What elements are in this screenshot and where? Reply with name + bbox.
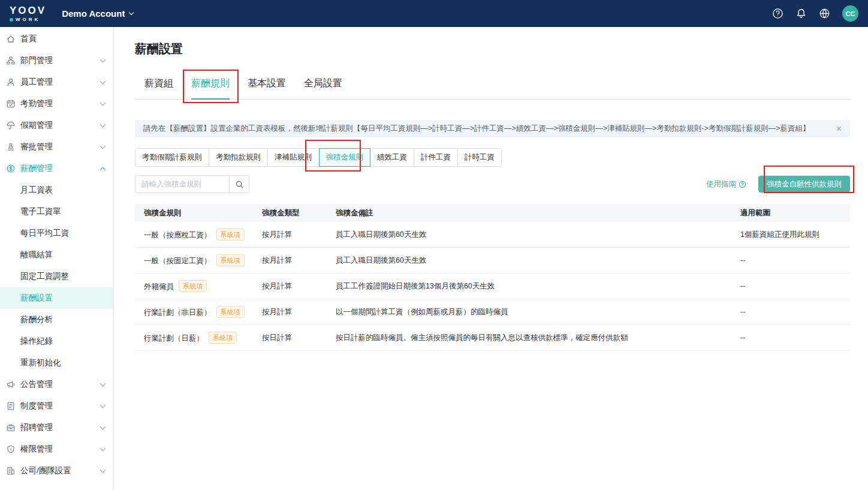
rule-note: 以一個期間計算工資（例如周薪或月薪）的臨時僱員 — [336, 307, 740, 317]
rule-name-cell: 行業計劃（非日薪）系統項 — [144, 306, 262, 318]
column-header: 強積金備註 — [336, 208, 740, 218]
rule-scope: -- — [740, 333, 850, 342]
submenu-item-label: 重新初始化 — [20, 357, 61, 368]
tab-global-settings[interactable]: 全局設置 — [304, 70, 342, 99]
notification-bell-icon[interactable] — [795, 8, 807, 19]
account-switcher[interactable]: Demo Account — [62, 8, 133, 19]
subtab-attendance-leave-rules[interactable]: 考勤假期計薪規則 — [135, 148, 209, 167]
submenu-payroll-settings[interactable]: 薪酬設置 — [0, 287, 113, 309]
main-content: 薪酬設置 薪資組 薪酬規則 基本設置 全局設置 請先在【薪酬設置】設置企業的工資… — [114, 27, 868, 490]
submenu-payroll-analysis[interactable]: 薪酬分析 — [0, 309, 113, 330]
user-avatar[interactable]: CC — [842, 5, 858, 22]
sidebar-item-label: 公告管理 — [20, 379, 53, 390]
sidebar-item-recruitment[interactable]: 招聘管理 — [0, 417, 113, 438]
subtab-hourly-pay[interactable]: 計時工資 — [457, 148, 502, 167]
sidebar-item-label: 制度管理 — [20, 401, 53, 411]
table-header-row: 強積金規則 強積金類型 強積金備註 適用範圍 — [135, 204, 850, 222]
sidebar-item-label: 員工管理 — [20, 77, 53, 88]
column-header: 強積金類型 — [262, 208, 336, 218]
mpf-voluntary-contribution-rule-button[interactable]: 強積金自願性供款規則 — [758, 176, 850, 193]
sidebar-item-leave[interactable]: 假期管理 — [0, 115, 113, 136]
submenu-reinitialize[interactable]: 重新初始化 — [0, 352, 113, 374]
submenu-daily-average-wage[interactable]: 每日平均工資 — [0, 223, 113, 244]
subtab-attendance-deduction-rules[interactable]: 考勤扣款規則 — [209, 148, 268, 167]
topbar: YOOV WORK Demo Account — [0, 0, 868, 27]
tab-basic-settings[interactable]: 基本設置 — [248, 70, 286, 99]
subtab-performance-pay[interactable]: 績效工資 — [370, 148, 414, 167]
column-header: 強積金規則 — [144, 208, 262, 218]
submenu-fixed-wage-adjustment[interactable]: 固定工資調整 — [0, 266, 113, 287]
rule-name: 行業計劃（非日薪） — [144, 308, 212, 317]
sidebar-item-announcement[interactable]: 公告管理 — [0, 374, 113, 395]
sidebar-item-label: 權限管理 — [20, 444, 53, 455]
sidebar-item-policy[interactable]: 制度管理 — [0, 395, 113, 417]
rule-name-cell: 外籍僱員系統項 — [144, 280, 262, 293]
table-row[interactable]: 行業計劃（非日薪）系統項 按月計算 以一個期間計算工資（例如周薪或月薪）的臨時僱… — [135, 299, 850, 325]
submenu-monthly-payroll[interactable]: 月工資表 — [0, 179, 113, 201]
submenu-item-label: 每日平均工資 — [20, 228, 69, 239]
sidebar-item-department[interactable]: 部門管理 — [0, 50, 113, 71]
sidebar-item-employee[interactable]: 員工管理 — [0, 71, 113, 93]
tab-payroll-rules[interactable]: 薪酬規則 — [191, 70, 230, 100]
rule-type: 按日計算 — [262, 333, 336, 343]
yoov-work-logo[interactable]: YOOV WORK — [10, 5, 46, 22]
submenu-item-label: 薪酬分析 — [20, 314, 53, 325]
chevron-down-icon — [100, 402, 106, 408]
chevron-down-icon — [100, 122, 106, 128]
rule-note: 員工入職日期後第60天生效 — [336, 255, 740, 266]
user-guide-label: 使用指南 — [706, 179, 736, 190]
rule-name: 外籍僱員 — [144, 282, 174, 291]
column-header: 適用範圍 — [740, 208, 850, 218]
sidebar-item-attendance[interactable]: 考勤管理 — [0, 93, 113, 115]
sidebar-item-label: 首頁 — [20, 34, 37, 44]
rule-type: 按月計算 — [262, 307, 336, 317]
sidebar-item-approval[interactable]: 審批管理 — [0, 136, 113, 158]
umbrella-icon — [6, 121, 16, 130]
chevron-down-icon — [100, 143, 106, 149]
tab-salary-group[interactable]: 薪資組 — [144, 70, 173, 99]
search-input[interactable] — [135, 175, 230, 193]
subtab-allowance-rules[interactable]: 津補貼規則 — [267, 148, 320, 167]
submenu-epayslip[interactable]: 電子工資單 — [0, 201, 113, 223]
subtab-piece-rate-pay[interactable]: 計件工資 — [414, 148, 458, 167]
search-button[interactable] — [230, 175, 249, 193]
table-row[interactable]: 一般（按固定工資）系統項 按月計算 員工入職日期後第60天生效 -- — [135, 248, 850, 273]
sidebar-item-permission[interactable]: 權限管理 — [0, 438, 113, 460]
system-badge: 系統項 — [216, 254, 245, 267]
home-icon — [6, 34, 16, 44]
table-row[interactable]: 外籍僱員系統項 按月計算 員工工作簽證開始日期後第13個月後第60天生效 -- — [135, 273, 850, 299]
rule-type-segmented-control: 考勤假期計薪規則 考勤扣款規則 津補貼規則 強積金規則 績效工資 計件工資 計時… — [135, 148, 850, 167]
sidebar-item-label: 考勤管理 — [20, 98, 53, 109]
submenu-item-label: 離職結算 — [20, 249, 53, 260]
chevron-down-icon — [100, 424, 106, 430]
help-icon[interactable] — [772, 8, 783, 19]
chevron-down-icon — [129, 10, 134, 14]
sidebar-item-company-settings[interactable]: 公司/團隊設置 — [0, 460, 113, 482]
submenu-operation-log[interactable]: 操作紀錄 — [0, 330, 113, 352]
user-guide-link[interactable]: 使用指南 — [706, 179, 746, 190]
submenu-termination-settlement[interactable]: 離職結算 — [0, 244, 113, 266]
sidebar-item-label: 招聘管理 — [20, 422, 53, 433]
question-circle-icon — [739, 181, 746, 188]
submenu-item-label: 固定工資調整 — [20, 271, 69, 282]
search-icon — [235, 180, 244, 189]
rule-note: 按日計薪的臨時僱員。僱主須按照僱員的每日有關入息以查核供款標準，確定應付供款額 — [336, 333, 740, 343]
stamp-icon — [6, 142, 16, 152]
submenu-item-label: 電子工資單 — [20, 206, 61, 217]
tabs-bar: 薪資組 薪酬規則 基本設置 全局設置 — [135, 70, 850, 100]
table-row[interactable]: 行業計劃（日薪）系統項 按日計算 按日計薪的臨時僱員。僱主須按照僱員的每日有關入… — [135, 325, 850, 351]
language-globe-icon[interactable] — [819, 8, 830, 19]
chevron-down-icon — [100, 57, 106, 63]
rule-name: 行業計劃（日薪） — [144, 334, 204, 342]
chevron-up-icon — [100, 167, 106, 173]
rule-note: 員工入職日期後第60天生效 — [336, 230, 740, 240]
sidebar-item-home[interactable]: 首頁 — [0, 28, 113, 50]
briefcase-icon — [6, 423, 16, 432]
shield-icon — [6, 444, 16, 454]
sidebar-item-payroll[interactable]: 薪酬管理 — [0, 158, 113, 179]
subtab-mpf-rules[interactable]: 強積金規則 — [319, 148, 371, 167]
system-badge: 系統項 — [216, 229, 245, 241]
close-icon[interactable]: × — [836, 124, 842, 134]
table-row[interactable]: 一般（按應稅工資）系統項 按月計算 員工入職日期後第60天生效 1個薪資組正使用… — [135, 222, 850, 248]
rule-name: 一般（按固定工資） — [144, 257, 212, 265]
